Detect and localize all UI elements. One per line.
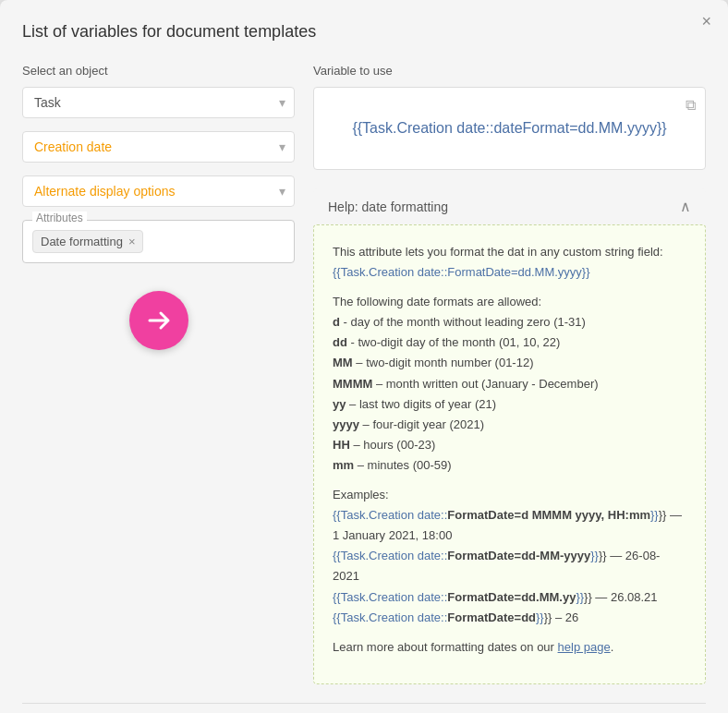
arrow-area: [22, 291, 295, 350]
bottom-divider: [22, 703, 706, 704]
help-para-2: The following date formats are allowed: …: [333, 292, 686, 476]
help-code-1: {{Task.Creation date::FormatDate=dd.MM.y…: [333, 265, 590, 279]
help-title: Help: date formatting: [328, 199, 448, 214]
help-section: Help: date formatting ∧ This attribute l…: [313, 188, 706, 684]
copy-icon[interactable]: ⧉: [686, 97, 696, 114]
object-dropdown-wrapper: Task ▾: [22, 87, 295, 118]
help-examples: Examples: {{Task.Creation date::FormatDa…: [333, 485, 686, 628]
variable-box: ⧉ {{Task.Creation date::dateFormat=dd.MM…: [313, 87, 706, 170]
attributes-legend: Attributes: [32, 211, 87, 224]
select-object-label: Select an object: [22, 64, 295, 78]
variable-text: {{Task.Creation date::dateFormat=dd.MM.y…: [352, 120, 666, 137]
dialog-title: List of variables for document templates: [22, 22, 706, 42]
help-ex4: {{Task.Creation date::FormatDate=dd}}}} …: [333, 610, 578, 624]
help-footer: Learn more about formatting dates on our…: [333, 637, 686, 658]
left-column: Select an object Task ▾ Creation date ▾ …: [22, 64, 295, 350]
object-dropdown[interactable]: Task: [22, 87, 295, 118]
tag-remove-button[interactable]: ×: [128, 236, 136, 248]
main-content: Select an object Task ▾ Creation date ▾ …: [22, 64, 706, 684]
help-chevron-icon: ∧: [680, 198, 691, 215]
options-dropdown[interactable]: Alternate display options: [22, 175, 295, 207]
variable-label: Variable to use: [313, 64, 706, 78]
help-ex3: {{Task.Creation date::FormatDate=dd.MM.y…: [333, 590, 658, 604]
help-para-1: This attribute lets you format the dat i…: [333, 242, 686, 283]
tag-label: Date formatting: [41, 235, 123, 248]
arrow-right-icon: [144, 306, 174, 335]
attributes-box: Attributes Date formatting ×: [22, 220, 295, 263]
date-formatting-tag: Date formatting ×: [32, 230, 143, 253]
options-dropdown-wrapper: Alternate display options ▾: [22, 175, 295, 207]
help-page-link[interactable]: help page: [558, 640, 611, 654]
field-dropdown[interactable]: Creation date: [22, 131, 295, 163]
help-ex1: {{Task.Creation date::FormatDate=d MMMM …: [333, 508, 682, 542]
help-header[interactable]: Help: date formatting ∧: [313, 188, 706, 224]
help-content: This attribute lets you format the dat i…: [313, 224, 706, 684]
close-button[interactable]: ×: [698, 11, 715, 31]
dialog: × List of variables for document templat…: [0, 0, 728, 713]
arrow-button[interactable]: [129, 291, 188, 350]
field-dropdown-wrapper: Creation date ▾: [22, 131, 295, 163]
right-column: Variable to use ⧉ {{Task.Creation date::…: [313, 64, 706, 684]
help-ex2: {{Task.Creation date::FormatDate=dd-MM-y…: [333, 549, 660, 583]
